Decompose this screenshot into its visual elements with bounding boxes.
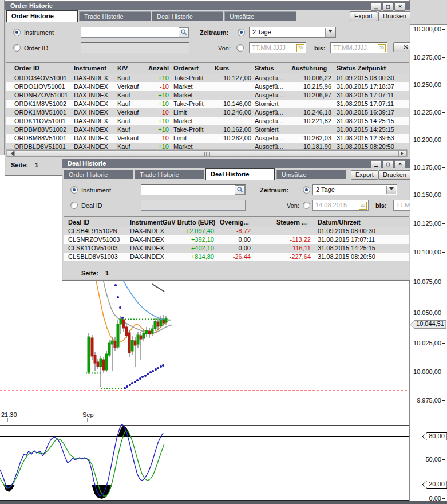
minimize-button[interactable]: ▁: [371, 160, 381, 168]
minimize-button[interactable]: ▁: [371, 3, 381, 11]
table-row[interactable]: ORDBM88V51001DAX-INDEXVerkauf-10Limit10.…: [6, 134, 409, 143]
sar-dot: [160, 365, 162, 368]
print-button[interactable]: Drucken: [378, 170, 410, 180]
bis-date-input[interactable]: TT.M: [393, 200, 410, 211]
candle-body: [128, 333, 130, 353]
table-cell: CLSNRZOV51003: [68, 235, 120, 244]
deal-id-input[interactable]: [141, 200, 246, 211]
von-label: Von:: [287, 202, 299, 209]
table-cell: 10.262,00: [223, 134, 251, 143]
table-row[interactable]: CLSK11OV51003DAX-INDEX+402,100,00-116,11…: [64, 244, 409, 253]
sar-dot: [131, 382, 133, 384]
candle-body: [114, 341, 116, 348]
price-axis[interactable]: 10.044,51 80,00 20,00 50,00 0,00 10.300,…: [409, 0, 447, 501]
tab-ums-tze[interactable]: Umsätze: [276, 170, 346, 179]
tab-trade-historie[interactable]: Trade Historie: [135, 170, 204, 179]
zeitraum-radio[interactable]: [238, 29, 245, 36]
export-button[interactable]: Export: [351, 170, 378, 180]
column-header[interactable]: GuV Brutto (EUR): [163, 219, 215, 226]
horizontal-scrollbar[interactable]: [6, 149, 408, 158]
table-cell: DAX-INDEX: [74, 91, 108, 100]
instrument-radio[interactable]: [70, 186, 78, 194]
scroll-right-button[interactable]: [399, 150, 407, 157]
table-row[interactable]: CLSNRZOV51003DAX-INDEX+392,100,00-113,22…: [64, 235, 409, 244]
column-header[interactable]: K/V: [117, 65, 128, 72]
table-row[interactable]: CLSBLD8V51003DAX-INDEX+814,80-26,44-227,…: [64, 253, 409, 261]
column-header[interactable]: Status: [255, 65, 274, 72]
table-cell: Market: [173, 91, 193, 100]
candle-body: [91, 338, 93, 356]
candle-body: [165, 318, 167, 322]
tab-deal-historie[interactable]: Deal Historie: [152, 11, 223, 21]
calendar-icon[interactable]: 30: [359, 202, 367, 210]
column-header[interactable]: Instrument: [74, 65, 106, 72]
table-cell: DAX-INDEX: [74, 100, 108, 108]
zeitraum-dropdown[interactable]: 2 Tage: [312, 184, 397, 195]
calendar-icon[interactable]: 30: [296, 44, 304, 52]
calendar-icon[interactable]: 30: [378, 44, 386, 52]
instrument-input[interactable]: [81, 27, 189, 38]
close-button[interactable]: ✕: [395, 3, 405, 11]
sar-dot: [155, 368, 157, 371]
column-header[interactable]: Kurs: [215, 65, 229, 72]
maximize-button[interactable]: ▢: [383, 3, 393, 11]
print-button[interactable]: Drucken: [378, 11, 410, 21]
candle-body: [100, 359, 102, 367]
table-cell: Limit: [173, 108, 187, 117]
column-header[interactable]: Overnig...: [220, 219, 249, 226]
table-row[interactable]: ORDK1M8V51001DAX-INDEXVerkauf-10Limit10.…: [6, 108, 409, 117]
table-row[interactable]: ORDO1IOV51001DAX-INDEXVerkauf-10MarketAu…: [6, 82, 409, 91]
deal-window-titlebar[interactable]: Deal Historie: [62, 159, 410, 168]
sar-dot: [124, 387, 126, 389]
column-header[interactable]: Steuern ...: [276, 219, 307, 226]
tab-order-historie[interactable]: Order Historie: [6, 10, 78, 22]
order-window-titlebar[interactable]: Order Historie: [5, 2, 410, 10]
instrument-input[interactable]: [141, 184, 246, 195]
column-header[interactable]: Anzahl: [148, 65, 169, 72]
search-icon[interactable]: [179, 27, 189, 37]
maximize-button[interactable]: ▢: [383, 160, 393, 168]
von-radio[interactable]: [303, 202, 310, 209]
tab-order-historie[interactable]: Order Historie: [64, 170, 133, 179]
zeitraum-radio[interactable]: [303, 186, 310, 194]
column-header[interactable]: Deal ID: [68, 219, 89, 226]
column-header[interactable]: Order ID: [14, 65, 39, 72]
von-radio[interactable]: [236, 44, 244, 52]
table-row[interactable]: ORDNRZOV51001DAX-INDEXKauf+10MarketAusge…: [6, 91, 409, 100]
table-row[interactable]: ORDK1M8V51002DAX-INDEXKauf+10Take-Profit…: [6, 100, 409, 108]
table-cell: -227,64: [290, 253, 311, 261]
instrument-radio[interactable]: [13, 29, 21, 36]
table-cell: DAX-INDEX: [74, 117, 108, 125]
current-price-tag: 10.044,51: [410, 320, 446, 329]
column-header[interactable]: Status Zeitpunkt: [337, 65, 386, 72]
table-row[interactable]: ORDO34OV51001DAX-INDEXKauf+10Take-Profit…: [6, 74, 409, 82]
column-header[interactable]: Instrument: [130, 219, 163, 226]
search-icon[interactable]: [235, 185, 245, 195]
tab-ums-tze[interactable]: Umsätze: [224, 11, 296, 21]
close-button[interactable]: ✕: [395, 160, 405, 168]
column-header[interactable]: Ausführung: [291, 65, 327, 72]
table-cell: Verkauf: [117, 108, 139, 117]
scroll-left-button[interactable]: [7, 150, 15, 157]
table-cell: DAX-INDEX: [74, 74, 108, 82]
export-button[interactable]: Export: [350, 11, 377, 21]
column-header[interactable]: Datum/Uhrzeit: [318, 219, 361, 226]
column-header[interactable]: Orderart: [173, 65, 199, 72]
oscillator-low-value: 20,00: [427, 481, 446, 489]
chevron-down-icon[interactable]: [386, 186, 396, 194]
table-row[interactable]: CLSB4F915102NDAX-INDEX+2.097,40-8,7201.0…: [64, 227, 409, 235]
tab-trade-historie[interactable]: Trade Historie: [79, 11, 151, 21]
deal-id-radio[interactable]: [70, 202, 78, 209]
zeitraum-dropdown[interactable]: 2 Tage: [249, 27, 336, 38]
table-row[interactable]: ORDBM88V51002DAX-INDEXKauf+10Take-Profit…: [6, 125, 409, 134]
table-row[interactable]: ORDK11OV51001DAX-INDEXKauf+10MarketAusge…: [6, 117, 409, 125]
table-cell: +10: [158, 74, 169, 82]
tab-deal-historie[interactable]: Deal Historie: [205, 168, 275, 180]
order-id-radio[interactable]: [13, 44, 21, 52]
chevron-down-icon[interactable]: [325, 28, 335, 37]
search-submit-button[interactable]: S: [393, 42, 410, 52]
price-axis-label: 10.150,00: [413, 191, 445, 198]
table-cell: ORDO34OV51001: [14, 74, 67, 82]
scrollbar-thumb[interactable]: [15, 150, 399, 157]
order-id-input[interactable]: [81, 42, 189, 53]
